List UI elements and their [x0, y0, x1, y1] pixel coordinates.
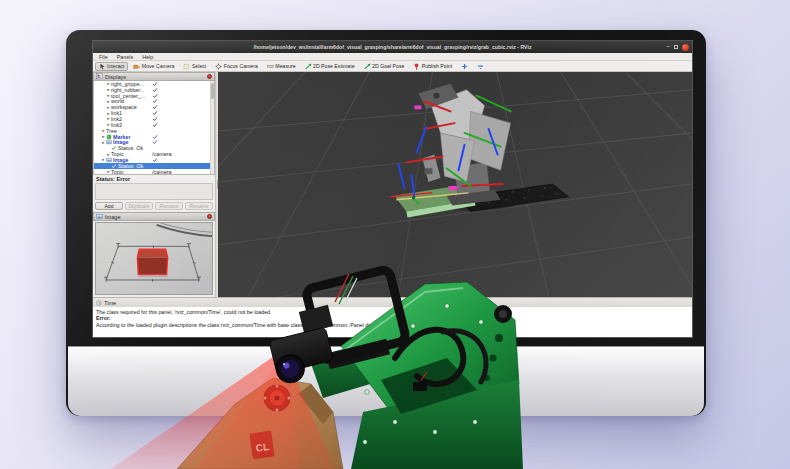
pose-estimate-arrow-icon — [305, 63, 312, 70]
image-panel-title: Image — [105, 214, 121, 220]
menu-bar: FilePanelsHelp — [93, 53, 692, 61]
tool-interact[interactable]: Interact — [95, 62, 128, 71]
remove-tool-minus-icon — [477, 63, 484, 70]
robot-arm-photo: CL — [95, 262, 525, 469]
minimize-button[interactable]: − — [666, 44, 670, 50]
focus-camera-icon — [215, 63, 222, 70]
duplicate-button[interactable]: Duplicate — [125, 202, 153, 210]
tool-remove-tool-minus-icon[interactable] — [474, 62, 488, 71]
window-controls: − — [666, 41, 689, 53]
window-title: /home/jetson/dev_ws/install/arm6dof_visu… — [93, 44, 692, 50]
status-error-label: Status: Error — [93, 175, 215, 183]
add-tool-plus-icon — [461, 63, 468, 70]
displays-panel-title: Displays — [105, 74, 126, 80]
displays-tree: ▸right_grippe...▸right_rubber...▸tool_ce… — [93, 81, 215, 175]
goal-pose-arrow-icon — [364, 63, 371, 70]
window-titlebar[interactable]: /home/jetson/dev_ws/install/arm6dof_visu… — [93, 41, 692, 53]
move-camera-icon — [133, 63, 140, 70]
scrollbar-thumb[interactable] — [211, 83, 214, 99]
publish-point-pin-icon — [413, 63, 420, 70]
tree-label: Topic — [111, 169, 124, 175]
tool-label: Select — [192, 63, 206, 69]
close-button[interactable] — [682, 44, 689, 51]
tool-publish-point[interactable]: Publish Point — [410, 62, 456, 71]
tool-2d-pose-estimate[interactable]: 2D Pose Estimate — [301, 62, 358, 71]
tool-label: Focus Camera — [224, 63, 258, 69]
tool-label: 2D Goal Pose — [372, 63, 404, 69]
status-error-box — [95, 183, 213, 200]
interact-cursor-icon — [99, 63, 106, 70]
scene: { "window": { "title": "/home/jetson/dev… — [0, 0, 790, 469]
image-panel-header[interactable]: Image — [93, 212, 215, 221]
remove-button[interactable]: Remove — [155, 202, 183, 210]
tool-label: Publish Point — [422, 63, 452, 69]
tool-select[interactable]: Select — [180, 62, 210, 71]
tool-bar: InteractMove CameraSelectFocus CameraMea… — [93, 61, 692, 72]
tool-add-tool-plus-icon[interactable] — [458, 62, 472, 71]
tool-measure[interactable]: Measure — [263, 62, 299, 71]
measure-ruler-icon — [267, 63, 274, 70]
tree-scrollbar[interactable] — [210, 81, 214, 174]
tool-label: 2D Pose Estimate — [313, 63, 355, 69]
tree-row-topic[interactable]: ▸Topic/camera — [94, 169, 214, 175]
tool-move-camera[interactable]: Move Camera — [130, 62, 178, 71]
displays-close-button[interactable] — [207, 74, 212, 79]
property-value[interactable]: /camera — [152, 169, 171, 175]
tool-focus-camera[interactable]: Focus Camera — [212, 62, 262, 71]
displays-panel-header[interactable]: Displays — [93, 72, 215, 81]
menu-panels[interactable]: Panels — [113, 54, 137, 60]
menu-help[interactable]: Help — [138, 54, 157, 60]
image-panel-icon — [96, 213, 103, 220]
rename-button[interactable]: Rename — [185, 202, 213, 210]
tool-label: Move Camera — [142, 63, 175, 69]
maximize-button[interactable] — [674, 45, 678, 49]
displays-icon — [96, 73, 103, 80]
green-arm-body — [309, 282, 523, 469]
add-button[interactable]: Add — [95, 202, 123, 210]
tool-label: Measure — [275, 63, 295, 69]
tool-2d-goal-pose[interactable]: 2D Goal Pose — [360, 62, 408, 71]
tool-label: Interact — [107, 63, 124, 69]
select-box-icon — [183, 63, 190, 70]
displays-buttons: AddDuplicateRemoveRename — [93, 200, 215, 212]
image-close-button[interactable] — [207, 214, 212, 219]
menu-file[interactable]: File — [95, 54, 112, 60]
